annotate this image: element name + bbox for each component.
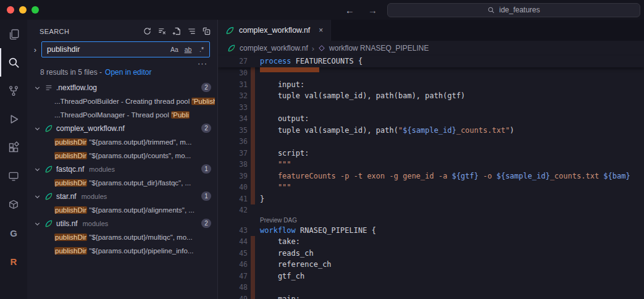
activity-r-tools[interactable]: R xyxy=(0,247,27,276)
search-result-match[interactable]: ...ThreadPoolManager - Thread pool 'Publ… xyxy=(27,108,217,122)
activity-explorer[interactable] xyxy=(0,20,27,48)
code-line[interactable]: 48 xyxy=(218,282,644,293)
nextflow-file-icon xyxy=(44,124,53,133)
code-line[interactable]: 38 """ xyxy=(218,159,644,171)
search-result-match[interactable]: publishDir "${params.output_dir}/fastqc"… xyxy=(27,176,217,190)
search-result-file[interactable]: complex_workflow.nf2 xyxy=(27,122,217,135)
code-line[interactable]: 42 xyxy=(218,204,644,216)
close-window-button[interactable] xyxy=(7,6,14,14)
clear-search-results-icon[interactable] xyxy=(157,27,167,36)
minimize-window-button[interactable] xyxy=(19,6,27,14)
code-text: gtf_ch xyxy=(260,272,304,280)
git-branch-icon xyxy=(7,85,20,97)
titlebar: ← → ide_features xyxy=(0,0,644,20)
go-forward-icon[interactable]: → xyxy=(368,5,377,15)
tab-complex-workflow[interactable]: complex_workflow.nf × xyxy=(218,20,331,41)
search-result-file[interactable]: star.nfmodules1 xyxy=(27,190,217,203)
refresh-icon[interactable] xyxy=(143,27,152,36)
results-summary: 8 results in 5 files - xyxy=(40,68,102,77)
search-details-row: ··· xyxy=(27,57,217,65)
line-number: 34 xyxy=(218,114,248,123)
whole-word-toggle[interactable]: ab xyxy=(182,44,194,55)
code-line[interactable]: 37 script: xyxy=(218,148,644,159)
code-line[interactable]: 36 xyxy=(218,136,644,148)
search-result-match[interactable]: ...ThreadPoolBuilder - Creating thread p… xyxy=(27,95,217,108)
regex-toggle[interactable]: .* xyxy=(196,44,207,55)
code-line[interactable]: 41} xyxy=(218,193,644,205)
gutter-decoration xyxy=(251,148,255,159)
close-tab-icon[interactable]: × xyxy=(319,26,323,35)
nextflow-file-icon xyxy=(44,192,53,201)
match-highlight: publishDir xyxy=(54,234,87,241)
gutter-decoration xyxy=(251,204,255,216)
open-new-search-editor-icon[interactable] xyxy=(172,27,182,36)
codelens-preview-dag[interactable]: Preview DAG xyxy=(218,216,644,225)
code-line[interactable]: 27process FEATURECOUNTS { xyxy=(218,56,644,67)
search-result-match[interactable]: publishDir "${params.output}/trimmed", m… xyxy=(27,135,217,149)
code-line[interactable]: 44 take: xyxy=(218,236,644,248)
breadcrumb-file[interactable]: complex_workflow.nf xyxy=(240,44,308,53)
search-icon xyxy=(7,56,20,69)
code-text: featureCounts -p -t exon -g gene_id -a $… xyxy=(260,172,630,180)
collapse-all-icon[interactable] xyxy=(202,27,211,36)
search-result-match[interactable]: publishDir "${params.output}/alignments"… xyxy=(27,203,217,217)
nextflow-file-icon xyxy=(225,26,235,35)
match-count-badge: 2 xyxy=(201,124,211,133)
toggle-replace-chevron[interactable]: › xyxy=(31,45,40,54)
activity-gitlens[interactable]: G xyxy=(0,219,27,247)
activity-containers[interactable] xyxy=(0,190,27,219)
code-text: main: xyxy=(260,295,300,299)
code-line[interactable]: 45 reads_ch xyxy=(218,248,644,259)
editor-group: complex_workflow.nf × complex_workflow.n… xyxy=(217,20,644,299)
code-line[interactable]: 33 xyxy=(218,102,644,114)
code-text: output: xyxy=(260,114,309,123)
go-back-icon[interactable]: ← xyxy=(345,5,354,15)
activity-extensions[interactable] xyxy=(0,133,27,162)
activity-remote-explorer[interactable] xyxy=(0,162,27,190)
open-in-editor-link[interactable]: Open in editor xyxy=(105,68,151,77)
command-center-search[interactable]: ide_features xyxy=(387,3,640,17)
gutter-decoration xyxy=(251,113,255,125)
code-line[interactable]: 35 tuple val(sample_id), path("${sample_… xyxy=(218,125,644,137)
search-result-match[interactable]: publishDir "${params.output}/pipeline_in… xyxy=(27,244,217,258)
code-line[interactable]: 47 gtf_ch xyxy=(218,271,644,282)
line-number: 43 xyxy=(218,226,248,235)
maximize-window-button[interactable] xyxy=(31,6,39,14)
search-result-file[interactable]: fastqc.nfmodules1 xyxy=(27,162,217,176)
history-navigation: ← → xyxy=(345,5,377,15)
gutter-decoration xyxy=(251,259,255,271)
code-line[interactable]: 40 """ xyxy=(218,182,644,193)
sticky-line[interactable]: 27process FEATURECOUNTS { xyxy=(218,56,644,67)
sidebar-title: SEARCH xyxy=(40,28,143,35)
view-as-list-icon[interactable] xyxy=(187,27,196,36)
code-text: reference_ch xyxy=(260,260,332,269)
code-text: script: xyxy=(260,149,309,158)
gitlens-icon: G xyxy=(10,228,17,238)
activity-run-debug[interactable] xyxy=(0,105,27,133)
code-line[interactable]: 49 main: xyxy=(218,293,644,299)
match-case-toggle[interactable]: Aa xyxy=(169,44,180,55)
gutter-decoration xyxy=(251,136,255,148)
activity-search[interactable] xyxy=(0,48,27,77)
match-count-badge: 1 xyxy=(201,164,211,174)
code-line[interactable]: 43workflow RNASEQ_PIPELINE { xyxy=(218,225,644,237)
breadcrumb-symbol[interactable]: workflow RNASEQ_PIPELINE xyxy=(329,44,429,53)
search-result-file[interactable]: utils.nfmodules2 xyxy=(27,217,217,230)
chevron-down-icon xyxy=(33,166,41,174)
gutter-decoration xyxy=(251,225,255,237)
symbol-workflow-icon xyxy=(318,44,325,52)
search-result-match[interactable]: publishDir "${params.output}/counts", mo… xyxy=(27,149,217,162)
code-line[interactable]: 46 reference_ch xyxy=(218,259,644,271)
activity-source-control[interactable] xyxy=(0,77,27,105)
code-line[interactable]: 34 output: xyxy=(218,113,644,125)
code-text: tuple val(sample_id), path(bam), path(gt… xyxy=(260,91,465,100)
line-number: 46 xyxy=(218,260,248,269)
search-result-match[interactable]: publishDir "${params.output}/multiqc", m… xyxy=(27,230,217,244)
code-line[interactable]: 31 input: xyxy=(218,79,644,91)
line-number: 35 xyxy=(218,126,248,135)
code-line[interactable]: 39 featureCounts -p -t exon -g gene_id -… xyxy=(218,171,644,182)
code-line[interactable]: 32 tuple val(sample_id), path(bam), path… xyxy=(218,90,644,102)
file-name: complex_workflow.nf xyxy=(56,124,125,133)
gutter-decoration xyxy=(251,67,255,79)
search-result-file[interactable]: .nextflow.log2 xyxy=(27,81,217,95)
